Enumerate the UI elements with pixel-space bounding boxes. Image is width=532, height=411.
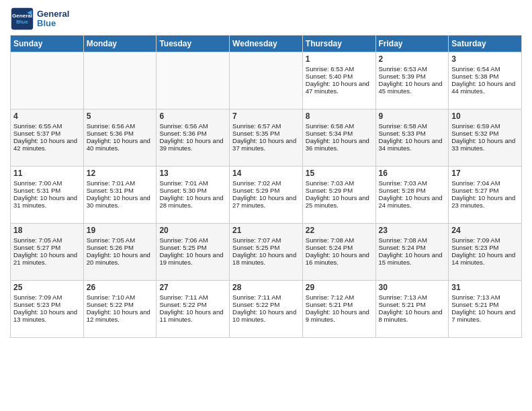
day-info: Sunrise: 7:09 AM bbox=[451, 236, 519, 244]
calendar-cell: 17Sunrise: 7:04 AMSunset: 5:27 PMDayligh… bbox=[449, 167, 522, 224]
day-info: Sunrise: 7:02 AM bbox=[232, 179, 300, 187]
calendar-week-4: 18Sunrise: 7:05 AMSunset: 5:27 PMDayligh… bbox=[11, 224, 522, 281]
day-info: Daylight: 10 hours and 36 minutes. bbox=[306, 137, 373, 152]
day-number: 31 bbox=[451, 283, 519, 292]
day-info: Sunrise: 6:53 AM bbox=[306, 65, 373, 73]
day-number: 14 bbox=[232, 169, 300, 178]
day-info: Sunset: 5:22 PM bbox=[232, 301, 300, 308]
logo-text: General Blue bbox=[37, 9, 69, 29]
calendar-cell: 7Sunrise: 6:57 AMSunset: 5:35 PMDaylight… bbox=[230, 109, 303, 167]
calendar-cell: 10Sunrise: 6:59 AMSunset: 5:32 PMDayligh… bbox=[449, 109, 522, 167]
day-info: Daylight: 10 hours and 8 minutes. bbox=[379, 308, 446, 323]
day-info: Sunrise: 7:04 AM bbox=[451, 179, 519, 187]
day-info: Daylight: 10 hours and 13 minutes. bbox=[13, 308, 81, 323]
calendar-cell bbox=[230, 52, 303, 109]
weekday-header-thursday: Thursday bbox=[302, 36, 375, 52]
calendar-cell: 1Sunrise: 6:53 AMSunset: 5:40 PMDaylight… bbox=[302, 52, 375, 109]
day-number: 20 bbox=[159, 226, 226, 235]
day-info: Daylight: 10 hours and 16 minutes. bbox=[306, 251, 373, 266]
day-info: Sunset: 5:21 PM bbox=[306, 301, 373, 308]
day-info: Sunset: 5:25 PM bbox=[232, 244, 300, 251]
calendar-cell: 21Sunrise: 7:07 AMSunset: 5:25 PMDayligh… bbox=[230, 224, 303, 281]
day-info: Daylight: 10 hours and 7 minutes. bbox=[451, 308, 519, 323]
day-info: Daylight: 10 hours and 34 minutes. bbox=[379, 137, 446, 152]
day-info: Daylight: 10 hours and 11 minutes. bbox=[159, 308, 226, 323]
day-number: 22 bbox=[306, 226, 373, 235]
calendar-body: 1Sunrise: 6:53 AMSunset: 5:40 PMDaylight… bbox=[11, 52, 522, 338]
day-info: Sunset: 5:25 PM bbox=[159, 244, 226, 251]
day-info: Sunrise: 7:05 AM bbox=[87, 236, 154, 244]
day-info: Daylight: 10 hours and 33 minutes. bbox=[451, 137, 519, 152]
calendar-cell: 3Sunrise: 6:54 AMSunset: 5:38 PMDaylight… bbox=[449, 52, 522, 109]
day-number: 9 bbox=[379, 111, 446, 121]
day-info: Daylight: 10 hours and 14 minutes. bbox=[451, 251, 519, 266]
day-number: 6 bbox=[159, 111, 226, 121]
day-info: Sunset: 5:37 PM bbox=[13, 130, 81, 137]
calendar-cell: 20Sunrise: 7:06 AMSunset: 5:25 PMDayligh… bbox=[157, 224, 230, 281]
calendar-cell: 28Sunrise: 7:11 AMSunset: 5:22 PMDayligh… bbox=[230, 281, 303, 338]
day-info: Sunrise: 7:13 AM bbox=[379, 293, 446, 301]
day-info: Sunrise: 7:10 AM bbox=[87, 293, 154, 301]
day-info: Daylight: 10 hours and 31 minutes. bbox=[13, 194, 81, 209]
svg-text:Blue: Blue bbox=[16, 19, 28, 25]
day-info: Daylight: 10 hours and 10 minutes. bbox=[232, 308, 300, 323]
day-info: Sunset: 5:24 PM bbox=[379, 244, 446, 251]
calendar-cell: 8Sunrise: 6:58 AMSunset: 5:34 PMDaylight… bbox=[302, 109, 375, 167]
day-info: Sunset: 5:29 PM bbox=[306, 187, 373, 194]
day-info: Sunset: 5:21 PM bbox=[451, 301, 519, 308]
day-number: 21 bbox=[232, 226, 300, 235]
day-info: Sunset: 5:23 PM bbox=[13, 301, 81, 308]
day-info: Sunrise: 6:58 AM bbox=[306, 122, 373, 130]
day-info: Sunrise: 7:11 AM bbox=[232, 293, 300, 301]
calendar-cell: 13Sunrise: 7:01 AMSunset: 5:30 PMDayligh… bbox=[157, 167, 230, 224]
weekday-header-saturday: Saturday bbox=[449, 36, 522, 52]
day-info: Daylight: 10 hours and 15 minutes. bbox=[379, 251, 446, 266]
day-number: 19 bbox=[87, 226, 154, 235]
day-number: 1 bbox=[306, 54, 373, 64]
day-number: 11 bbox=[13, 169, 81, 178]
day-number: 24 bbox=[451, 226, 519, 235]
calendar-cell: 25Sunrise: 7:09 AMSunset: 5:23 PMDayligh… bbox=[11, 281, 84, 338]
day-number: 13 bbox=[159, 169, 226, 178]
day-info: Sunrise: 7:01 AM bbox=[159, 179, 226, 187]
day-info: Sunrise: 6:53 AM bbox=[379, 65, 446, 73]
day-info: Sunset: 5:32 PM bbox=[451, 130, 519, 137]
day-info: Sunrise: 7:09 AM bbox=[13, 293, 81, 301]
calendar-cell: 15Sunrise: 7:03 AMSunset: 5:29 PMDayligh… bbox=[302, 167, 375, 224]
day-info: Sunset: 5:29 PM bbox=[232, 187, 300, 194]
day-info: Sunrise: 6:56 AM bbox=[159, 122, 226, 130]
day-info: Daylight: 10 hours and 9 minutes. bbox=[306, 308, 373, 323]
day-info: Sunset: 5:39 PM bbox=[379, 73, 446, 80]
logo: General Blue General Blue bbox=[10, 7, 69, 31]
day-info: Sunset: 5:28 PM bbox=[379, 187, 446, 194]
day-info: Daylight: 10 hours and 27 minutes. bbox=[232, 194, 300, 209]
day-info: Sunset: 5:24 PM bbox=[306, 244, 373, 251]
day-info: Sunrise: 7:00 AM bbox=[13, 179, 81, 187]
day-number: 8 bbox=[306, 111, 373, 121]
day-number: 26 bbox=[87, 283, 154, 292]
calendar-week-2: 4Sunrise: 6:55 AMSunset: 5:37 PMDaylight… bbox=[11, 109, 522, 167]
day-info: Sunset: 5:23 PM bbox=[451, 244, 519, 251]
calendar-cell: 16Sunrise: 7:03 AMSunset: 5:28 PMDayligh… bbox=[375, 167, 449, 224]
day-number: 29 bbox=[306, 283, 373, 292]
day-number: 25 bbox=[13, 283, 81, 292]
calendar-cell bbox=[157, 52, 230, 109]
day-info: Sunset: 5:36 PM bbox=[87, 130, 154, 137]
day-info: Sunset: 5:31 PM bbox=[13, 187, 81, 194]
logo-icon: General Blue bbox=[10, 7, 34, 31]
day-number: 4 bbox=[13, 111, 81, 121]
day-number: 7 bbox=[232, 111, 300, 121]
day-info: Sunset: 5:30 PM bbox=[159, 187, 226, 194]
day-info: Sunrise: 6:59 AM bbox=[451, 122, 519, 130]
calendar-cell: 5Sunrise: 6:56 AMSunset: 5:36 PMDaylight… bbox=[83, 109, 157, 167]
calendar-cell: 30Sunrise: 7:13 AMSunset: 5:21 PMDayligh… bbox=[375, 281, 449, 338]
calendar-week-3: 11Sunrise: 7:00 AMSunset: 5:31 PMDayligh… bbox=[11, 167, 522, 224]
day-number: 10 bbox=[451, 111, 519, 121]
weekday-header-monday: Monday bbox=[83, 36, 157, 52]
day-number: 23 bbox=[379, 226, 446, 235]
calendar-cell bbox=[11, 52, 84, 109]
day-info: Daylight: 10 hours and 39 minutes. bbox=[159, 137, 226, 152]
day-info: Daylight: 10 hours and 20 minutes. bbox=[87, 251, 154, 266]
day-info: Sunset: 5:31 PM bbox=[87, 187, 154, 194]
weekday-header-row: SundayMondayTuesdayWednesdayThursdayFrid… bbox=[11, 36, 522, 52]
